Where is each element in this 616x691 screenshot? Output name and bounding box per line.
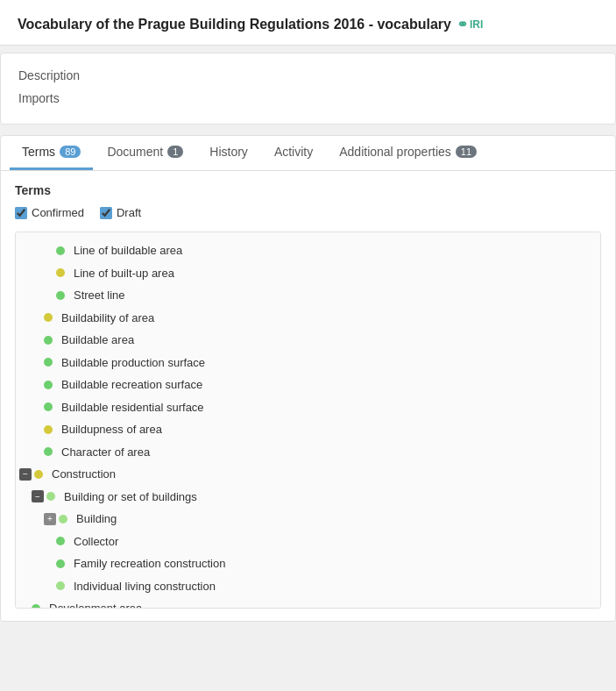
status-dot xyxy=(44,425,53,434)
status-dot xyxy=(56,559,65,568)
expand-button[interactable]: + xyxy=(44,513,56,525)
status-dot xyxy=(44,447,53,456)
status-dot xyxy=(56,246,65,255)
tab-activity[interactable]: Activity xyxy=(262,136,325,170)
item-label: Buildable residential surface xyxy=(61,399,204,417)
page-title: Vocabulary of the Prague Building Regula… xyxy=(18,16,598,32)
tab-content-terms: Terms Confirmed Draft Line of buildable … xyxy=(1,171,615,621)
list-item[interactable]: Individual living construction xyxy=(19,575,597,598)
tab-additional[interactable]: Additional properties 11 xyxy=(327,136,489,170)
list-item[interactable]: Buildupness of area xyxy=(19,418,597,441)
list-item[interactable]: Development area xyxy=(19,597,597,609)
list-item[interactable]: −Building or set of buildings xyxy=(19,486,597,509)
item-label: Buildable area xyxy=(61,331,134,349)
tab-document[interactable]: Document 1 xyxy=(95,136,195,170)
item-label: Line of built-up area xyxy=(74,265,174,282)
draft-checkbox-label[interactable]: Draft xyxy=(100,206,141,219)
status-dot xyxy=(46,492,55,501)
draft-checkbox[interactable] xyxy=(100,207,112,219)
collapse-button[interactable]: − xyxy=(32,490,44,502)
item-label: Construction xyxy=(52,466,116,483)
list-item[interactable]: −Construction xyxy=(19,463,597,486)
tabs-section: Terms 89 Document 1 History Activity Add… xyxy=(0,135,616,622)
item-label: Character of area xyxy=(61,444,150,461)
status-dot xyxy=(32,604,40,609)
item-label: Building xyxy=(76,510,117,528)
list-item[interactable]: Buildable recreation surface xyxy=(19,374,597,396)
confirmed-checkbox-label[interactable]: Confirmed xyxy=(15,206,84,219)
status-dot xyxy=(44,336,53,345)
tabs-bar: Terms 89 Document 1 History Activity Add… xyxy=(1,136,615,171)
list-item[interactable]: Family recreation construction xyxy=(19,552,597,575)
list-item[interactable]: Line of built-up area xyxy=(19,262,597,285)
item-label: Building or set of buildings xyxy=(64,488,197,506)
list-item[interactable]: Buildable residential surface xyxy=(19,396,597,419)
status-dot xyxy=(44,381,53,389)
tab-history[interactable]: History xyxy=(197,136,260,170)
list-item[interactable]: Buildable area xyxy=(19,329,597,352)
item-label: Buildable recreation surface xyxy=(61,376,202,394)
iri-link[interactable]: ⚭ IRI xyxy=(457,16,483,32)
item-label: Family recreation construction xyxy=(74,555,225,573)
collapse-button[interactable]: − xyxy=(19,468,32,481)
filter-checkboxes: Confirmed Draft xyxy=(15,206,601,219)
document-badge: 1 xyxy=(167,146,183,158)
item-label: Street line xyxy=(74,287,125,304)
status-dot xyxy=(44,358,53,367)
item-label: Buildupness of area xyxy=(61,421,162,438)
status-dot xyxy=(34,470,43,479)
list-item[interactable]: Line of buildable area xyxy=(19,239,597,262)
status-dot xyxy=(44,313,53,322)
list-item[interactable]: Buildable production surface xyxy=(19,352,597,374)
status-dot xyxy=(44,402,53,411)
description-row: Description xyxy=(18,64,598,87)
status-dot xyxy=(59,515,67,524)
status-dot xyxy=(56,581,65,590)
item-label: Development area xyxy=(49,600,142,609)
confirmed-checkbox[interactable] xyxy=(15,207,27,219)
list-item[interactable]: Character of area xyxy=(19,441,597,464)
status-dot xyxy=(56,268,65,277)
item-label: Buildability of area xyxy=(61,310,154,327)
list-item[interactable]: +Building xyxy=(19,508,597,531)
imports-row: Imports xyxy=(18,87,598,110)
status-dot xyxy=(56,537,65,545)
terms-tree[interactable]: Line of buildable areaLine of built-up a… xyxy=(15,232,601,609)
list-item[interactable]: Street line xyxy=(19,284,597,307)
item-label: Individual living construction xyxy=(74,578,216,595)
list-item[interactable]: Buildability of area xyxy=(19,307,597,330)
terms-badge: 89 xyxy=(60,146,81,158)
list-item[interactable]: Collector xyxy=(19,531,597,553)
additional-badge: 11 xyxy=(456,146,477,158)
status-dot xyxy=(56,291,65,300)
page-header: Vocabulary of the Prague Building Regula… xyxy=(0,0,616,622)
item-label: Line of buildable area xyxy=(74,242,182,260)
iri-icon: ⚭ xyxy=(457,16,468,32)
item-label: Collector xyxy=(74,533,118,551)
terms-section-header: Terms xyxy=(15,183,601,197)
meta-section: Description Imports xyxy=(0,53,616,125)
item-label: Buildable production surface xyxy=(61,354,205,372)
tab-terms[interactable]: Terms 89 xyxy=(10,136,93,170)
